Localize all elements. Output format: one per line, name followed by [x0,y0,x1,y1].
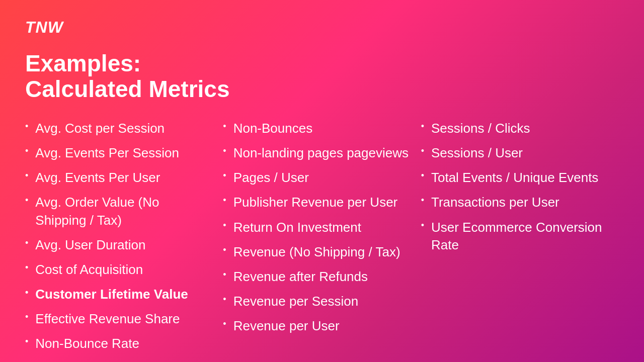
bullet-icon: • [25,121,28,132]
list-col3: •Sessions / Clicks•Sessions / User•Total… [421,120,609,254]
list-item-text: Avg. Cost per Session [35,120,165,137]
list-item-text: Publisher Revenue per User [233,194,398,211]
list-item-item-avg-order-value: •Avg. Order Value (No Shipping / Tax) [25,194,213,229]
column-1: •Avg. Cost per Session•Avg. Events Per S… [25,120,223,359]
list-item-item-publisher-revenue: •Publisher Revenue per User [223,194,411,211]
list-item-item-cost-acquisition: •Cost of Acquisition [25,261,213,279]
list-item-text: Non-Bounces [233,120,313,137]
bullet-icon: • [25,262,28,274]
column-3: •Sessions / Clicks•Sessions / User•Total… [421,120,619,359]
list-item-item-avg-events-user: •Avg. Events Per User [25,169,213,187]
bullet-icon: • [421,170,424,182]
bullet-icon: • [421,220,424,231]
list-item-item-total-events: •Total Events / Unique Events [421,169,609,187]
list-item-item-non-bounces: •Non-Bounces [223,120,411,137]
list-item-item-customer-lifetime: •Customer Lifetime Value [25,286,213,303]
list-item-text: Cost of Acquisition [35,261,143,279]
list-item-text: Sessions / User [431,144,523,162]
bullet-icon: • [223,244,226,256]
bullet-icon: • [223,121,226,132]
list-item-text: Avg. User Duration [35,236,145,254]
bullet-icon: • [223,318,226,330]
list-item-item-revenue-refunds: •Revenue after Refunds [223,268,411,286]
bullet-icon: • [421,195,424,206]
list-col1: •Avg. Cost per Session•Avg. Events Per S… [25,120,213,352]
bullet-icon: • [25,170,28,182]
list-item-text: Non-landing pages pageviews [233,144,409,162]
bullet-icon: • [223,145,226,157]
list-item-item-effective-revenue: •Effective Revenue Share [25,310,213,328]
title-line2: Calculated Metrics [25,76,619,102]
list-item-item-revenue-no-shipping: •Revenue (No Shipping / Tax) [223,243,411,261]
bullet-icon: • [25,237,28,249]
list-col2: •Non-Bounces•Non-landing pages pageviews… [223,120,411,335]
list-item-text: Return On Investment [233,219,361,236]
list-item-text: Total Events / Unique Events [431,169,598,187]
list-item-item-non-bounce-rate: •Non-Bounce Rate [25,335,213,352]
column-2: •Non-Bounces•Non-landing pages pageviews… [223,120,421,359]
list-item-item-user-ecommerce: •User Ecommerce Conversion Rate [421,219,609,254]
list-item-item-revenue-user: •Revenue per User [223,317,411,335]
list-item-text: Revenue after Refunds [233,268,368,286]
list-item-item-sessions-user: •Sessions / User [421,144,609,162]
columns-wrapper: •Avg. Cost per Session•Avg. Events Per S… [25,120,619,359]
list-item-text: Customer Lifetime Value [35,286,188,303]
bullet-icon: • [223,195,226,206]
list-item-text: Avg. Events Per Session [35,144,179,162]
bullet-icon: • [421,121,424,132]
list-item-text: Avg. Order Value (No Shipping / Tax) [35,194,213,229]
list-item-text: Sessions / Clicks [431,120,530,137]
list-item-text: Effective Revenue Share [35,310,180,328]
title-line1: Examples: [25,51,619,76]
bullet-icon: • [25,287,28,298]
title-section: Examples: Calculated Metrics [25,51,619,102]
bullet-icon: • [223,269,226,281]
list-item-item-roi: •Return On Investment [223,219,411,236]
list-item-item-revenue-session: •Revenue per Session [223,293,411,310]
list-item-item-avg-events-session: •Avg. Events Per Session [25,144,213,162]
bullet-icon: • [223,170,226,182]
list-item-text: Pages / User [233,169,309,187]
bullet-icon: • [25,145,28,157]
list-item-item-transactions-user: •Transactions per User [421,194,609,211]
bullet-icon: • [223,294,226,305]
list-item-text: Revenue per User [233,317,340,335]
bullet-icon: • [25,336,28,347]
bullet-icon: • [25,195,28,206]
list-item-text: User Ecommerce Conversion Rate [431,219,609,254]
list-item-text: Avg. Events Per User [35,169,160,187]
list-item-item-non-landing: •Non-landing pages pageviews [223,144,411,162]
bullet-icon: • [421,145,424,157]
list-item-item-pages-user: •Pages / User [223,169,411,187]
logo: TNW [25,18,619,37]
page-container: TNW Examples: Calculated Metrics •Avg. C… [0,0,644,362]
list-item-text: Transactions per User [431,194,559,211]
list-item-text: Non-Bounce Rate [35,335,139,352]
list-item-item-sessions-clicks: •Sessions / Clicks [421,120,609,137]
bullet-icon: • [25,311,28,323]
list-item-item-avg-user-duration: •Avg. User Duration [25,236,213,254]
list-item-item-avg-cost-session: •Avg. Cost per Session [25,120,213,137]
list-item-text: Revenue (No Shipping / Tax) [233,243,400,261]
list-item-text: Revenue per Session [233,293,359,310]
bullet-icon: • [223,220,226,231]
